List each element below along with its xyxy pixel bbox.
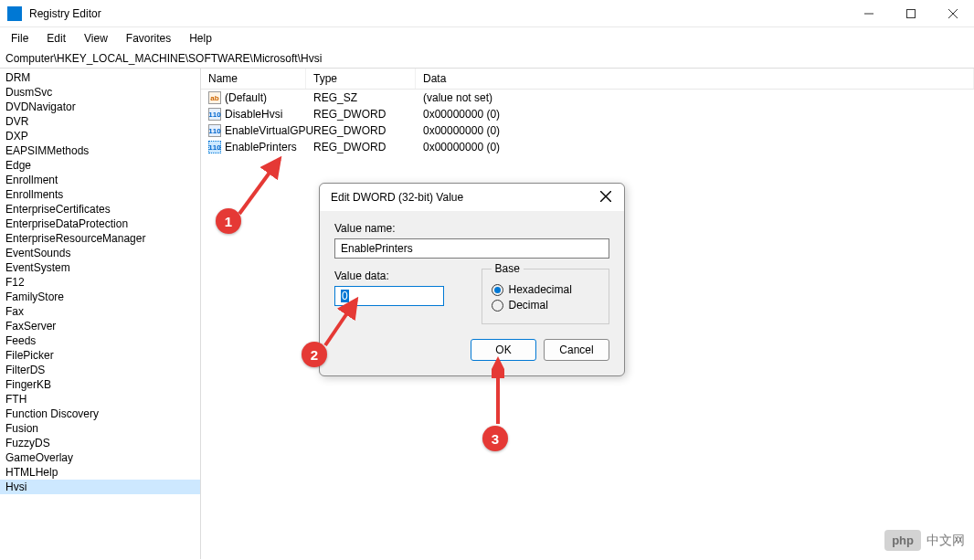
list-header: Name Type Data (201, 69, 974, 90)
tree-item[interactable]: DVR (0, 114, 200, 129)
watermark-logo: php (884, 530, 921, 551)
value-data: 0x00000000 (0) (416, 107, 974, 122)
tree-item[interactable]: Enrollment (0, 173, 200, 187)
menu-edit[interactable]: Edit (39, 30, 73, 47)
value-type: REG_DWORD (306, 140, 416, 154)
tree-item[interactable]: Fusion (0, 421, 200, 436)
tree-item[interactable]: EnterpriseCertificates (0, 202, 200, 217)
radio-dec-label: Decimal (509, 299, 548, 312)
close-button[interactable] (932, 0, 974, 27)
value-name-input[interactable] (334, 238, 609, 259)
reg-sz-icon: ab (208, 91, 221, 104)
value-name-label: Value name: (334, 222, 609, 235)
radio-hex-input[interactable] (492, 284, 503, 296)
value-name: EnableVirtualGPU (225, 124, 313, 137)
tree-item[interactable]: EAPSIMMethods (0, 143, 200, 158)
tree-item[interactable]: HTMLHelp (0, 465, 200, 480)
list-row[interactable]: 110EnablePrintersREG_DWORD0x00000000 (0) (201, 139, 974, 155)
value-type: REG_DWORD (306, 123, 416, 138)
tree-item[interactable]: GameOverlay (0, 450, 200, 465)
value-name: DisableHvsi (225, 108, 282, 121)
col-data[interactable]: Data (416, 69, 974, 89)
tree-item[interactable]: Edge (0, 158, 200, 173)
value-name: EnablePrinters (225, 141, 297, 153)
tree-item[interactable]: FaxServer (0, 319, 200, 333)
radio-dec-input[interactable] (492, 300, 503, 312)
value-type: REG_DWORD (306, 107, 416, 122)
dialog-close-button[interactable] (600, 191, 613, 204)
edit-dword-dialog: Edit DWORD (32-bit) Value Value name: Va… (319, 183, 625, 376)
value-type: REG_SZ (306, 90, 416, 105)
tree-item[interactable]: EnterpriseDataProtection (0, 217, 200, 231)
annotation-3: 3 (482, 426, 508, 451)
tree-item[interactable]: F12 (0, 275, 200, 290)
titlebar: Registry Editor (0, 0, 974, 27)
maximize-button[interactable] (890, 0, 932, 27)
col-name[interactable]: Name (201, 69, 306, 89)
svg-rect-1 (907, 10, 916, 18)
menu-file[interactable]: File (4, 30, 36, 47)
tree-item[interactable]: Hvsi (0, 480, 200, 494)
value-data: 0x00000000 (0) (416, 123, 974, 138)
base-legend: Base (492, 262, 524, 275)
menu-favorites[interactable]: Favorites (119, 30, 178, 47)
annotation-1: 1 (216, 208, 241, 234)
watermark-text: 中文网 (926, 533, 965, 549)
reg-dw-icon: 110 (208, 141, 221, 153)
tree-item[interactable]: DRM (0, 70, 200, 85)
tree-item[interactable]: EventSystem (0, 260, 200, 275)
tree-item[interactable]: FingerKB (0, 377, 200, 392)
value-data-input[interactable]: 0 (334, 286, 444, 306)
list-row[interactable]: 110EnableVirtualGPUREG_DWORD0x00000000 (… (201, 122, 974, 139)
address-bar[interactable]: Computer\HKEY_LOCAL_MACHINE\SOFTWARE\Mic… (0, 49, 974, 69)
tree-item[interactable]: EventSounds (0, 246, 200, 260)
tree-item[interactable]: Enrollments (0, 187, 200, 202)
tree-item[interactable]: Feeds (0, 333, 200, 348)
base-fieldset: Base Hexadecimal Decimal (482, 262, 610, 324)
col-type[interactable]: Type (306, 69, 416, 89)
dialog-title: Edit DWORD (32-bit) Value (331, 191, 463, 204)
value-data: (value not set) (416, 90, 974, 105)
reg-dw-icon: 110 (208, 124, 221, 137)
ok-button[interactable]: OK (471, 339, 536, 361)
tree-item[interactable]: FTH (0, 392, 200, 407)
list-row[interactable]: ab(Default)REG_SZ(value not set) (201, 90, 974, 106)
minimize-button[interactable] (848, 0, 890, 27)
tree-item[interactable]: FilePicker (0, 348, 200, 363)
cancel-button[interactable]: Cancel (544, 339, 609, 361)
tree-item[interactable]: Function Discovery (0, 407, 200, 421)
value-name: (Default) (225, 91, 267, 104)
menubar: File Edit View Favorites Help (0, 27, 974, 49)
tree-panel[interactable]: DRMDusmSvcDVDNavigatorDVRDXPEAPSIMMethod… (0, 69, 201, 559)
tree-item[interactable]: FilterDS (0, 363, 200, 377)
tree-item[interactable]: DusmSvc (0, 85, 200, 100)
tree-item[interactable]: Fax (0, 304, 200, 319)
value-data-label: Value data: (334, 269, 463, 282)
dialog-titlebar: Edit DWORD (32-bit) Value (320, 184, 624, 211)
reg-dw-icon: 110 (208, 108, 221, 121)
radio-dec[interactable]: Decimal (492, 299, 600, 312)
tree-item[interactable]: FamilyStore (0, 290, 200, 304)
radio-hex[interactable]: Hexadecimal (492, 283, 600, 296)
tree-item[interactable]: FuzzyDS (0, 436, 200, 450)
annotation-2: 2 (302, 342, 327, 367)
radio-hex-label: Hexadecimal (509, 283, 572, 296)
window-title: Registry Editor (29, 7, 967, 20)
app-icon (7, 6, 22, 21)
watermark: php 中文网 (884, 530, 965, 551)
tree-item[interactable]: DVDNavigator (0, 100, 200, 114)
menu-help[interactable]: Help (182, 30, 219, 47)
menu-view[interactable]: View (77, 30, 115, 47)
tree-item[interactable]: EnterpriseResourceManager (0, 231, 200, 246)
list-row[interactable]: 110DisableHvsiREG_DWORD0x00000000 (0) (201, 106, 974, 122)
tree-item[interactable]: DXP (0, 129, 200, 143)
value-data: 0x00000000 (0) (416, 140, 974, 154)
